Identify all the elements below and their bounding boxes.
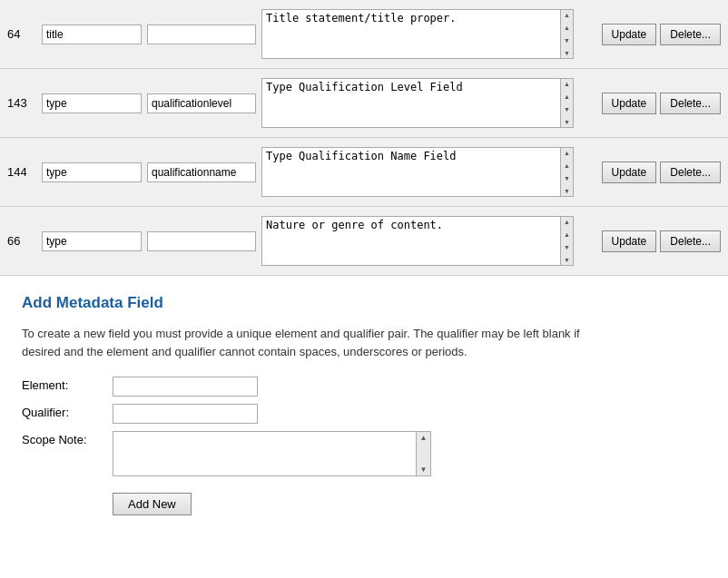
record-element-input[interactable] [42, 24, 142, 44]
record-scopenote-field: Nature or genre of content. ▲ ▼ [261, 216, 596, 266]
add-new-button[interactable]: Add New [113, 493, 192, 515]
qualifier-label: Qualifier: [22, 404, 113, 419]
update-button[interactable]: Update [602, 24, 657, 45]
scope-note-textarea[interactable] [113, 431, 417, 476]
record-id: 66 [7, 234, 36, 248]
qualifier-form-group: Qualifier: [22, 404, 706, 424]
record-qualifier-field [147, 162, 256, 182]
record-note-wrap: Nature or genre of content. ▲ ▼ [261, 216, 574, 266]
element-label: Element: [22, 377, 113, 392]
record-inner-1: 143 Type Qualification Level Field ▲ ▼ [0, 69, 728, 138]
record-scope-scrollbar[interactable]: ▲ ▼ [561, 147, 574, 197]
record-element-input[interactable] [42, 162, 142, 182]
record-element-input[interactable] [42, 231, 142, 251]
record-inner-2: 144 Type Qualification Name Field ▲ ▼ [0, 138, 728, 207]
update-button[interactable]: Update [602, 230, 657, 252]
scope-note-wrap [113, 431, 431, 476]
record-scope-textarea[interactable]: Type Qualification Name Field [261, 147, 561, 197]
record-actions: Update Delete... [602, 24, 721, 45]
record-element-field [42, 231, 142, 251]
delete-button[interactable]: Delete... [660, 93, 721, 114]
record-id: 64 [7, 27, 36, 41]
add-metadata-section: Add Metadata Field To create a new field… [0, 276, 728, 534]
record-note-wrap: Type Qualification Name Field ▲ ▼ [261, 147, 574, 197]
record-id: 144 [7, 165, 36, 179]
record-scope-textarea[interactable]: Title statement/title proper. [261, 9, 561, 59]
scope-note-scrollbar[interactable] [417, 431, 431, 476]
scope-note-form-group: Scope Note: [22, 431, 706, 476]
record-qualifier-input[interactable] [147, 231, 256, 251]
record-scopenote-field: Title statement/title proper. ▲ ▼ [261, 9, 596, 59]
update-button[interactable]: Update [602, 93, 657, 114]
record-qualifier-input[interactable] [147, 93, 256, 113]
element-form-group: Element: [22, 377, 706, 397]
qualifier-input[interactable] [113, 404, 258, 424]
scope-note-label: Scope Note: [22, 431, 113, 446]
record-scopenote-field: Type Qualification Level Field ▲ ▼ [261, 78, 596, 128]
record-actions: Update Delete... [602, 162, 721, 183]
record-qualifier-input[interactable] [147, 24, 256, 44]
record-scope-textarea[interactable]: Nature or genre of content. [261, 216, 561, 266]
record-element-field [42, 24, 142, 44]
record-qualifier-field [147, 93, 256, 113]
add-section-description: To create a new field you must provide a… [22, 325, 603, 360]
record-row: 66 Nature or genre of content. ▲ ▼ [0, 207, 728, 276]
update-button[interactable]: Update [602, 162, 657, 183]
record-inner-0: 64 Title statement/title proper. ▲ ▼ [0, 0, 728, 69]
record-scope-scrollbar[interactable]: ▲ ▼ [561, 216, 574, 266]
record-actions: Update Delete... [602, 230, 721, 252]
record-element-field [42, 93, 142, 113]
record-inner-3: 66 Nature or genre of content. ▲ ▼ [0, 207, 728, 276]
delete-button[interactable]: Delete... [660, 162, 721, 183]
delete-button[interactable]: Delete... [660, 24, 721, 45]
record-note-wrap: Type Qualification Level Field ▲ ▼ [261, 78, 574, 128]
record-element-field [42, 162, 142, 182]
record-row: 144 Type Qualification Name Field ▲ ▼ [0, 138, 728, 207]
record-scope-scrollbar[interactable]: ▲ ▼ [561, 78, 574, 128]
element-input[interactable] [113, 377, 258, 397]
record-scope-scrollbar[interactable]: ▲ ▼ [561, 9, 574, 59]
record-row: 143 Type Qualification Level Field ▲ ▼ [0, 69, 728, 138]
record-element-input[interactable] [42, 93, 142, 113]
record-actions: Update Delete... [602, 93, 721, 114]
record-scope-textarea[interactable]: Type Qualification Level Field [261, 78, 561, 128]
record-id: 143 [7, 96, 36, 110]
records-container: 64 Title statement/title proper. ▲ ▼ [0, 0, 728, 276]
record-row: 64 Title statement/title proper. ▲ ▼ [0, 0, 728, 69]
record-note-wrap: Title statement/title proper. ▲ ▼ [261, 9, 574, 59]
add-section-title: Add Metadata Field [22, 294, 706, 312]
record-qualifier-field [147, 231, 256, 251]
record-scopenote-field: Type Qualification Name Field ▲ ▼ [261, 147, 596, 197]
record-qualifier-input[interactable] [147, 162, 256, 182]
record-qualifier-field [147, 24, 256, 44]
delete-button[interactable]: Delete... [660, 230, 721, 252]
